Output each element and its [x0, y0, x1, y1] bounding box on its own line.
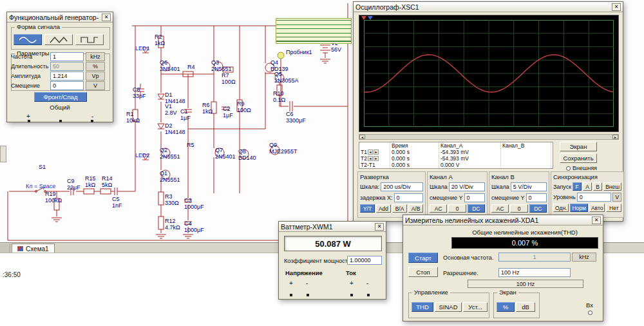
- resolution-field[interactable]: 100 Hz: [498, 268, 571, 277]
- component-label-D1[interactable]: D11N4148: [165, 91, 185, 104]
- resolution-dropdown[interactable]: 100 Hz: [468, 280, 583, 288]
- component-label-C9[interactable]: C922μF: [67, 178, 80, 191]
- amplitude-field[interactable]: 1.214: [50, 72, 84, 81]
- trigger-level-field[interactable]: 0: [577, 193, 611, 202]
- trigger-normal-button[interactable]: Норм: [570, 204, 587, 212]
- current-minus-terminal[interactable]: [367, 294, 370, 296]
- external-trigger-terminal[interactable]: [566, 166, 571, 171]
- fg-common-terminal[interactable]: [59, 120, 62, 122]
- save-button[interactable]: Сохранить: [560, 153, 597, 163]
- ab-mode-button[interactable]: A/B: [408, 204, 423, 213]
- component-label-Q5[interactable]: Q52N3055A: [274, 71, 299, 84]
- component-label-R9[interactable]: R9100Ω: [237, 101, 251, 113]
- component-label-R3[interactable]: R3330Ω: [165, 193, 179, 206]
- tab-schema1[interactable]: Схема1: [12, 244, 55, 253]
- component-label-R5[interactable]: R5: [187, 142, 194, 148]
- voltage-plus-terminal[interactable]: [290, 294, 292, 296]
- percent-mode-button[interactable]: %: [497, 302, 515, 312]
- component-label-R1[interactable]: R110kΩ: [126, 111, 140, 124]
- component-label-Кл = Space[interactable]: Кл = Space: [26, 183, 55, 189]
- trigger-level-unit[interactable]: V: [612, 193, 621, 202]
- yt-mode-button[interactable]: Y/T: [360, 204, 375, 213]
- input-terminal[interactable]: [588, 311, 592, 315]
- channel-b-zero-button[interactable]: 0: [510, 204, 527, 213]
- wattmeter-window[interactable]: Ваттметр-XWM1 ✕ 50.087 W Коэффициент мощ…: [278, 221, 386, 300]
- component-label-S1[interactable]: S1: [39, 164, 46, 170]
- channel-a-ac-button[interactable]: AC: [430, 204, 447, 213]
- trigger-auto-button[interactable]: Авто: [589, 204, 605, 212]
- t1-decrease-icon[interactable]: ◄: [368, 149, 373, 155]
- distortion-titlebar[interactable]: Измеритель нелинейных искажений-XDA1 ✕: [403, 215, 603, 225]
- channel-b-dc-button[interactable]: DC: [529, 204, 547, 213]
- component-label-R14[interactable]: R145kΩ: [102, 175, 113, 188]
- component-label-R6[interactable]: R61kΩ: [202, 102, 213, 115]
- channel-a-scale-field[interactable]: 20 V/Div: [449, 182, 485, 191]
- component-label-C5[interactable]: C51nF: [112, 196, 122, 209]
- trigger-source-a-button[interactable]: A: [583, 182, 592, 191]
- sine-wave-button[interactable]: [14, 34, 42, 45]
- frequency-unit[interactable]: kHz: [86, 52, 105, 61]
- timebase-delay-field[interactable]: 0: [394, 193, 423, 202]
- component-label-Q6[interactable]: Q62N5401: [160, 59, 180, 72]
- trigger-source-b-button[interactable]: B: [593, 182, 602, 191]
- square-wave-button[interactable]: [75, 34, 104, 45]
- oscilloscope-titlebar[interactable]: Осциллограф-XSC1 ✕: [354, 2, 623, 12]
- channel-b-ac-button[interactable]: AC: [491, 204, 509, 213]
- close-icon[interactable]: ✕: [592, 216, 601, 224]
- distortion-analyzer-window[interactable]: Измеритель нелинейных искажений-XDA1 ✕ О…: [402, 215, 603, 321]
- cursor-1-marker[interactable]: [361, 16, 366, 20]
- channel-b-scale-field[interactable]: 5 V/Div: [511, 182, 547, 191]
- oscilloscope-window[interactable]: Осциллограф-XSC1 ✕ ◄ ► Время Канал_A Кан…: [353, 1, 623, 222]
- screen-reverse-button[interactable]: Экран: [560, 142, 597, 151]
- edge-settings-button[interactable]: Фронт/Спад: [34, 92, 87, 102]
- component-label-C2[interactable]: C21μF: [223, 106, 233, 119]
- t2-decrease-icon[interactable]: ◄: [368, 156, 373, 161]
- close-icon[interactable]: ✕: [612, 3, 621, 11]
- db-mode-button[interactable]: dB: [516, 302, 535, 312]
- component-label-C6[interactable]: C63300μF: [286, 111, 306, 124]
- voltage-minus-terminal[interactable]: [307, 294, 309, 296]
- trigger-edge-button[interactable]: F: [573, 182, 582, 191]
- t1-increase-icon[interactable]: ►: [374, 149, 379, 155]
- timebase-scale-field[interactable]: 200 us/Div: [381, 182, 423, 191]
- component-label-C4[interactable]: C41000μF: [184, 220, 204, 233]
- wattmeter-titlebar[interactable]: Ваттметр-XWM1 ✕: [279, 222, 386, 232]
- tab-scroll-corner[interactable]: [0, 244, 10, 253]
- close-icon[interactable]: ✕: [375, 223, 384, 231]
- channel-a-zero-button[interactable]: 0: [448, 204, 466, 213]
- stop-button[interactable]: Стоп: [408, 267, 438, 277]
- thd-mode-button[interactable]: THD: [412, 302, 433, 312]
- close-icon[interactable]: ✕: [102, 14, 111, 21]
- component-label-R2[interactable]: R21kΩ: [155, 34, 165, 46]
- channel-b-offset-field[interactable]: 0: [526, 193, 547, 202]
- cursor-2-marker[interactable]: [368, 16, 373, 20]
- component-label-R12[interactable]: R124.7kΩ: [165, 218, 180, 231]
- offset-field[interactable]: 0: [50, 81, 84, 90]
- current-plus-terminal[interactable]: [350, 294, 353, 296]
- scroll-right-icon[interactable]: ►: [612, 135, 618, 139]
- component-label-R15[interactable]: R151kΩ: [85, 175, 96, 188]
- component-label-Q9[interactable]: Q9MJE2955T: [269, 142, 298, 155]
- component-label-D2[interactable]: D21N4148: [165, 122, 185, 135]
- component-label-R7[interactable]: R7100Ω: [222, 72, 236, 85]
- fg-minus-terminal[interactable]: [91, 120, 93, 122]
- start-button[interactable]: Старт: [408, 253, 438, 263]
- component-label-R19[interactable]: R19100kΩ: [45, 191, 62, 204]
- settings-button[interactable]: Уст...: [463, 302, 488, 312]
- component-label-Пробник1[interactable]: Пробник1: [286, 49, 312, 55]
- component-label-V1[interactable]: V12.8V: [165, 103, 177, 116]
- trigger-single-button[interactable]: Одн.: [553, 204, 569, 212]
- component-label-C3[interactable]: C31000μF: [184, 197, 204, 210]
- ba-mode-button[interactable]: B/A: [392, 204, 407, 213]
- add-mode-button[interactable]: Add: [376, 204, 391, 213]
- frequency-field[interactable]: 1: [50, 52, 84, 61]
- offset-unit[interactable]: V: [86, 81, 105, 90]
- trigger-source-ext-button[interactable]: Внеш: [603, 182, 621, 191]
- scroll-left-icon[interactable]: ◄: [359, 135, 365, 139]
- component-label-R4[interactable]: R4: [187, 64, 195, 70]
- component-label-C1[interactable]: C11μF: [180, 108, 191, 121]
- channel-a-dc-button[interactable]: DC: [468, 204, 485, 213]
- component-label-Q8[interactable]: Q8BD140: [238, 148, 256, 161]
- fg-plus-terminal[interactable]: [28, 120, 30, 122]
- component-label-C8[interactable]: C833pF: [133, 86, 146, 99]
